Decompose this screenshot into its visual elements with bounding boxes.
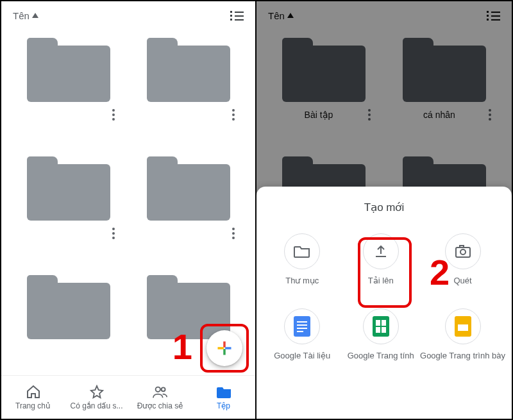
svg-point-5 [161, 387, 165, 391]
more-button [364, 105, 374, 124]
folder-label: Bài tập [273, 110, 364, 120]
annotation-box [358, 237, 412, 308]
sheet-label: Google Tài liệu [274, 351, 330, 360]
sort-label: Tên [13, 10, 29, 21]
folder-filled-icon [216, 385, 231, 399]
nav-label: Tệp [217, 401, 230, 410]
more-button[interactable] [108, 105, 119, 124]
sheet-item-slides[interactable]: Google Trang trình bày [420, 308, 505, 360]
annotation-number: 2 [430, 251, 450, 293]
folder-outline-icon [284, 233, 320, 269]
sort-button: Tên [268, 10, 294, 21]
sheet-label: Thư mục [285, 276, 319, 285]
folder-item[interactable] [18, 38, 119, 137]
folder-label: cá nhân [394, 110, 485, 120]
sort-label: Tên [268, 10, 285, 21]
svg-rect-8 [460, 246, 464, 248]
sort-button[interactable]: Tên [13, 10, 38, 21]
google-slides-icon [445, 308, 481, 344]
nav-shared[interactable]: Được chia sẻ [128, 376, 192, 419]
folder-item[interactable] [18, 275, 119, 374]
screen-files-list: Tên [1, 1, 256, 419]
top-bar: Tên [1, 1, 255, 28]
folder-item[interactable] [138, 38, 239, 137]
more-button[interactable] [228, 105, 239, 124]
svg-point-4 [155, 387, 160, 391]
nav-starred[interactable]: Có gắn dấu s... [65, 376, 128, 419]
folder-icon [147, 38, 230, 102]
annotation-box [200, 324, 249, 373]
annotation-number: 1 [172, 326, 192, 367]
sheet-item-folder[interactable]: Thư mục [263, 233, 342, 285]
more-button [485, 105, 495, 124]
folder-icon [27, 275, 110, 339]
home-icon [26, 385, 41, 399]
folder-item: cá nhân [394, 38, 495, 137]
arrow-up-icon [287, 13, 294, 18]
sheet-label: Quét [453, 276, 471, 285]
google-docs-icon [284, 308, 320, 344]
google-sheets-icon [363, 308, 399, 344]
folder-item: Bài tập [273, 38, 374, 137]
more-button[interactable] [228, 224, 239, 243]
view-toggle-button[interactable] [230, 11, 244, 21]
folder-grid [1, 28, 255, 374]
sheet-label: Google Trang trình bày [420, 351, 505, 360]
view-toggle-button [487, 11, 500, 21]
camera-icon [445, 233, 481, 269]
nav-files[interactable]: Tệp [192, 376, 255, 419]
screen-create-sheet: Tên Bài tập [256, 1, 512, 419]
folder-icon [282, 38, 366, 102]
folder-item[interactable] [18, 156, 119, 256]
nav-label: Có gắn dấu s... [70, 401, 122, 410]
folder-item[interactable] [138, 156, 239, 256]
star-icon [89, 385, 105, 399]
folder-icon [403, 38, 486, 102]
folder-icon [147, 156, 230, 221]
nav-label: Được chia sẻ [137, 401, 183, 410]
sheet-label: Google Trang tính [348, 351, 414, 360]
nav-home[interactable]: Trang chủ [1, 376, 65, 419]
sheet-title: Tạo mới [256, 201, 512, 214]
folder-icon [27, 38, 110, 102]
nav-label: Trang chủ [15, 401, 51, 410]
more-button[interactable] [108, 224, 119, 243]
sheet-item-sheets[interactable]: Google Trang tính [342, 308, 421, 360]
svg-point-7 [460, 249, 466, 255]
bottom-nav: Trang chủ Có gắn dấu s... Được chia sẻ T… [1, 375, 255, 419]
arrow-up-icon [32, 13, 38, 18]
people-icon [153, 385, 168, 399]
sheet-item-docs[interactable]: Google Tài liệu [263, 308, 342, 360]
folder-icon [27, 156, 110, 221]
